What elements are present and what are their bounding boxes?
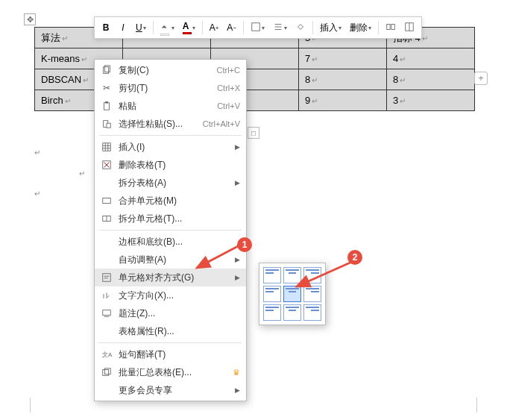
ctx-delete-table[interactable]: 删除表格(T): [95, 156, 246, 174]
svg-rect-10: [104, 103, 110, 110]
delete-table-icon: [99, 157, 114, 172]
svg-rect-29: [103, 310, 111, 316]
svg-rect-11: [105, 101, 108, 104]
align-top-center[interactable]: [283, 267, 301, 283]
autofit-button[interactable]: [401, 19, 418, 36]
chevron-right-icon: ▶: [235, 143, 240, 151]
ctx-more-premium[interactable]: 更多会员专享 ▶: [95, 381, 246, 399]
underline-button[interactable]: U▾: [133, 19, 149, 36]
align-top-right[interactable]: [303, 267, 321, 283]
svg-rect-0: [252, 22, 260, 31]
table-resize-handle[interactable]: □: [248, 127, 259, 139]
italic-button[interactable]: I: [116, 19, 130, 36]
svg-rect-13: [107, 123, 110, 128]
ctx-cell-alignment[interactable]: 单元格对齐方式(G) ▶: [95, 269, 246, 286]
text-direction-icon: I: [99, 288, 114, 303]
border-button[interactable]: ▾: [248, 19, 268, 36]
split-cells-icon: [99, 211, 114, 226]
paragraph-mark: ↵: [79, 169, 85, 178]
header-text: 算法: [41, 32, 60, 43]
copy-icon: [99, 63, 114, 78]
border-icon: [251, 22, 261, 34]
ctx-autofit[interactable]: 自动调整(A) ▶: [95, 251, 246, 269]
align-middle-center[interactable]: [283, 286, 301, 302]
annotation-bubble-1: 1: [237, 237, 252, 252]
chevron-right-icon: ▶: [235, 179, 240, 187]
align-icon: [273, 22, 283, 34]
ctx-insert[interactable]: 插入(I) ▶: [95, 138, 246, 156]
page-margin-marks: [30, 398, 477, 413]
ctx-table-properties[interactable]: 表格属性(R)...: [95, 322, 246, 340]
cell-alignment-submenu: [259, 263, 326, 325]
align-bottom-left[interactable]: [263, 304, 281, 321]
ctx-paste[interactable]: 粘贴 Ctrl+V: [95, 97, 246, 115]
context-menu: 复制(C) Ctrl+C ✂ 剪切(T) Ctrl+X 粘贴 Ctrl+V 选择…: [94, 59, 247, 401]
paste-icon: [99, 98, 114, 113]
ctx-split-cells[interactable]: 拆分单元格(T)...: [95, 210, 246, 228]
paste-special-icon: [99, 116, 114, 131]
bold-button[interactable]: B: [98, 19, 113, 36]
ctx-text-direction[interactable]: I 文字方向(X)...: [95, 286, 246, 304]
highlight-icon: [160, 20, 171, 36]
svg-rect-5: [391, 24, 394, 29]
ctx-cut[interactable]: ✂ 剪切(T) Ctrl+X: [95, 79, 246, 97]
insert-dropdown[interactable]: 插入▾: [317, 19, 344, 36]
premium-crown-icon: ♛: [233, 368, 240, 377]
shading-button[interactable]: [292, 19, 309, 36]
ctx-copy[interactable]: 复制(C) Ctrl+C: [95, 61, 246, 79]
align-icon: [99, 270, 114, 285]
delete-dropdown[interactable]: 删除▾: [347, 19, 374, 36]
annotation-bubble-2: 2: [347, 250, 362, 265]
cut-icon: ✂: [99, 81, 114, 95]
align-middle-right[interactable]: [303, 286, 321, 302]
ctx-paste-special[interactable]: 选择性粘贴(S)... Ctrl+Alt+V: [95, 115, 246, 133]
svg-rect-22: [103, 198, 111, 204]
svg-rect-4: [387, 24, 390, 29]
ctx-caption[interactable]: 题注(Z)...: [95, 304, 246, 322]
mini-toolbar: B I U▾ ▾ A▾ A+ A− ▾ ▾ 插入▾ 删除▾: [94, 16, 422, 39]
align-bottom-center[interactable]: [283, 304, 301, 321]
caption-icon: [99, 306, 114, 321]
merge-icon: [385, 22, 396, 34]
font-color-icon: A: [183, 21, 192, 34]
align-top-left[interactable]: [263, 267, 281, 283]
font-color-button[interactable]: A▾: [180, 19, 198, 36]
translate-icon: 文A: [99, 347, 114, 362]
svg-text:I: I: [103, 292, 104, 300]
chevron-right-icon: ▶: [235, 386, 240, 394]
align-button[interactable]: ▾: [270, 19, 290, 36]
autofit-icon: [404, 22, 415, 34]
merge-cells-icon: [99, 193, 114, 208]
paragraph-mark: ↵: [34, 189, 40, 198]
table-move-handle[interactable]: ✥: [24, 13, 36, 25]
table-add-handle[interactable]: +: [474, 72, 488, 85]
svg-rect-14: [103, 143, 111, 151]
ctx-batch-tables[interactable]: 批量汇总表格(E)... ♛: [95, 363, 246, 381]
svg-rect-25: [103, 274, 111, 282]
batch-icon: [99, 365, 114, 380]
font-decrease-button[interactable]: A−: [224, 19, 239, 36]
font-increase-button[interactable]: A+: [207, 19, 222, 36]
svg-rect-33: [104, 369, 110, 374]
align-middle-left[interactable]: [263, 286, 281, 302]
paragraph-mark: ↵: [34, 148, 40, 157]
ctx-borders-shading[interactable]: 边框和底纹(B)...: [95, 233, 246, 251]
bucket-icon: [295, 22, 306, 34]
chevron-right-icon: ▶: [235, 274, 240, 281]
highlight-color-button[interactable]: ▾: [157, 19, 177, 36]
svg-rect-32: [103, 370, 109, 376]
ctx-split-table[interactable]: 拆分表格(A) ▶: [95, 174, 246, 192]
merge-button[interactable]: [382, 19, 399, 36]
align-bottom-right[interactable]: [303, 304, 321, 321]
svg-text:文A: 文A: [102, 351, 112, 358]
ctx-merge-cells[interactable]: 合并单元格(M): [95, 192, 246, 210]
ctx-translate[interactable]: 文A 短句翻译(T): [95, 345, 246, 363]
chevron-right-icon: ▶: [235, 256, 240, 263]
insert-table-icon: [99, 140, 114, 154]
